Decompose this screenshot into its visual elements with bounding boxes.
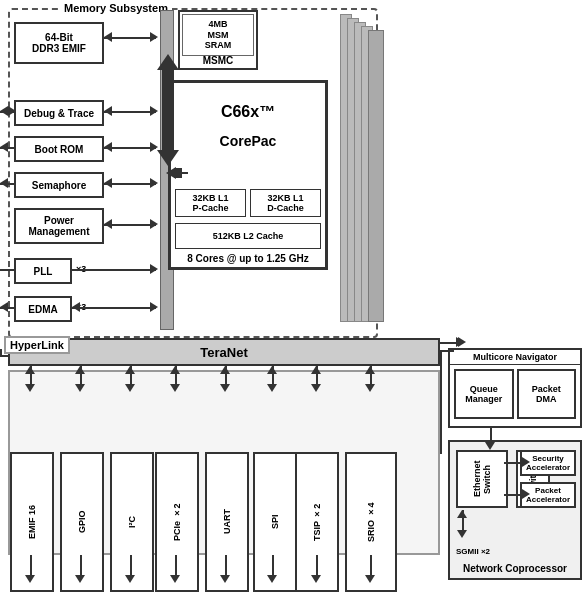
sw-sec-line [504, 462, 524, 464]
bot-arr-gpio [80, 555, 82, 575]
debug-arrow-r [150, 106, 158, 116]
arr-emif-head [25, 384, 35, 392]
arr-uart-head [220, 384, 230, 392]
edma-arrow-r [150, 302, 158, 312]
teranet-netcop-v-line [440, 350, 442, 454]
teranet-label: TeraNet [200, 345, 247, 360]
diagram-container: { "title": "C6678 Block Diagram", "memor… [0, 0, 588, 600]
netcop-title: Network Coprocessor [450, 563, 580, 574]
eth-switch-label: EthernetSwitch [472, 461, 492, 498]
bootrom-label: Boot ROM [35, 144, 84, 155]
pcache-box: 32KB L1P-Cache [175, 189, 246, 217]
corepac-sublabel: CorePac [171, 133, 325, 149]
arr-gpio-head [75, 384, 85, 392]
dcache-box: 32KB L1D-Cache [250, 189, 321, 217]
arr-uart-head-up [220, 366, 230, 374]
ddr3-arrow-right [150, 32, 158, 42]
queue-manager-box: QueueManager [454, 369, 514, 419]
sgmii-down-arrow [457, 530, 467, 538]
packet-dma-label: PacketDMA [532, 384, 561, 404]
bot-arr-i2c-h [125, 575, 135, 583]
bot-arr-tsip [316, 555, 318, 575]
sgmii-up-arrow [457, 510, 467, 518]
pcache-label: 32KB L1P-Cache [192, 193, 228, 213]
bot-arr-spi-h [267, 575, 277, 583]
srio-label: SRIO ×4 [366, 502, 376, 542]
arr-tsip-head-up [311, 366, 321, 374]
hyperlink-text: HyperLink [10, 339, 64, 351]
network-coprocessor-box: Network Coprocessor EthernetSwitch Switc… [448, 440, 582, 580]
msmc-inner-box: 4MBMSMSRAM [182, 14, 254, 56]
hyperlink-label: HyperLink [4, 336, 70, 354]
emif16-box: EMIF 16 [10, 452, 54, 592]
pll-box: PLL [14, 258, 72, 284]
sw-pkt-line [504, 494, 524, 496]
uart-label: UART [222, 510, 232, 535]
arr-tsip-head [311, 384, 321, 392]
ext-edma-arrow-l [0, 302, 8, 312]
emif16-label: EMIF 16 [27, 505, 37, 539]
cores-text: 8 Cores @ up to 1.25 GHz [187, 253, 308, 264]
pwr-arrow-r [150, 219, 158, 229]
power-label: PowerManagement [28, 215, 89, 237]
multicore-navigator-box: Multicore Navigator QueueManager PacketD… [448, 348, 582, 428]
tn-nav-head [456, 337, 464, 347]
queue-manager-label: QueueManager [465, 384, 502, 404]
bot-arr-srio-h [365, 575, 375, 583]
i2c-box: I²C [110, 452, 154, 592]
semaphore-label: Semaphore [32, 180, 86, 191]
l1-cache-row: 32KB L1P-Cache 32KB L1D-Cache [175, 189, 321, 217]
spi-label: SPI [270, 515, 280, 530]
msmc-box: 4MBMSMSRAM MSMC [178, 10, 258, 70]
debug-arrow-l [104, 106, 112, 116]
ext-bootrom-arrow-l [0, 142, 8, 152]
bot-arr-tsip-h [311, 575, 321, 583]
arr-spi-head-up [267, 366, 277, 374]
bot-arr-uart-h [220, 575, 230, 583]
arr-pcie-head [170, 384, 180, 392]
big-arrow-body-v [162, 70, 174, 150]
bot-arr-emif [30, 555, 32, 575]
ext-arrow-debug-l [0, 106, 8, 116]
navigator-inner: QueueManager PacketDMA [450, 365, 580, 423]
gpio-box: GPIO [60, 452, 104, 592]
sw-sec-arrow [522, 457, 530, 467]
big-arrow-up [157, 54, 179, 70]
sw-pkt-arrow [522, 489, 530, 499]
pll-bus-line [72, 269, 156, 271]
arr-emif-head-up [25, 366, 35, 374]
bot-arr-emif-h [25, 575, 35, 583]
navigator-title: Multicore Navigator [450, 350, 580, 365]
sgmii-label: SGMII ×2 [456, 547, 490, 556]
ddr3-label: 64-Bit DDR3 EMIF [32, 32, 86, 54]
edma-label: EDMA [28, 304, 57, 315]
pcie-box: PCIe ×2 [155, 452, 199, 592]
bot-arr-srio [370, 555, 372, 575]
bot-arr-pcie [175, 555, 177, 575]
arr-spi-head [267, 384, 277, 392]
gpio-label: GPIO [77, 511, 87, 534]
spi-box: SPI [253, 452, 297, 592]
sem-arrow-r [150, 178, 158, 188]
right-stack-bar [368, 30, 384, 322]
cores-count-label: 8 Cores @ up to 1.25 GHz [171, 253, 325, 264]
memory-subsystem-label: Memory Subsystem [60, 2, 172, 14]
edma-bus-line [72, 307, 156, 309]
teranet-bar: TeraNet [8, 338, 440, 366]
arr-i2c-head-up [125, 366, 135, 374]
bot-arr-uart [225, 555, 227, 575]
dcache-label: 32KB L1D-Cache [267, 193, 304, 213]
semaphore-box: Semaphore [14, 172, 104, 198]
ddr3-arrow-left [104, 32, 112, 42]
edma-box: EDMA [14, 296, 72, 322]
tsip-label: TSIP ×2 [312, 503, 322, 540]
arr-srio-head [365, 384, 375, 392]
bootrom-arrow-l [104, 142, 112, 152]
pwr-arrow-l [104, 219, 112, 229]
ext-pll-line [0, 269, 14, 271]
msmc-label: MSMC [180, 55, 256, 66]
arr-gpio-head-up [75, 366, 85, 374]
edma-arrow-l [72, 302, 80, 312]
teranet-netcop-h-line [440, 350, 454, 352]
bot-arr-pcie-h [170, 575, 180, 583]
